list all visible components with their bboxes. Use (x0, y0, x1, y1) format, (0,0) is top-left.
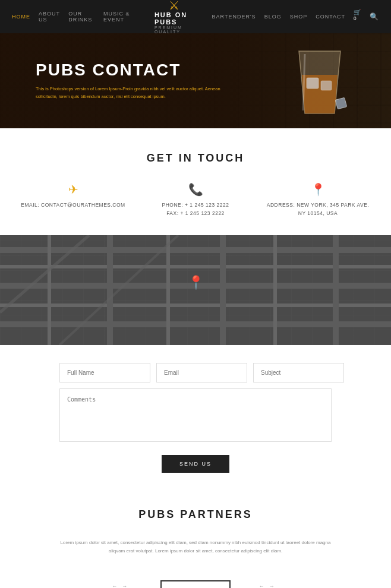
nav-shop[interactable]: SHOP (290, 14, 308, 20)
search-icon[interactable]: 🔍 (370, 12, 379, 21)
nav-logo: ⚔ HUB ON PUBS PREMIUM QUALITY (154, 0, 194, 34)
phone-contact-label: PHONE: + 1 245 123 2222 FAX: + 1 245 123… (162, 201, 229, 217)
nav-links: HOME ABOUT US OUR DRINKS MUSIC & EVENT ⚔… (12, 0, 379, 34)
comments-textarea[interactable] (59, 388, 332, 442)
hero-section: PUBS CONTACT This is Photoshops version … (0, 33, 391, 128)
location-icon: 📍 (311, 182, 326, 197)
full-name-input[interactable] (59, 363, 150, 382)
nav-music[interactable]: MUSIC & EVENT (103, 11, 137, 23)
svg-line-6 (0, 235, 89, 312)
email-icon: ✈ (68, 182, 78, 197)
contact-form-section: SEND US (0, 345, 391, 491)
hero-content: PUBS CONTACT This is Photoshops version … (36, 61, 226, 101)
partner-logo-2: ←→ Handmade ←→ EXCLUSIVE (248, 583, 289, 588)
phone-contact-item: 📞 PHONE: + 1 245 123 2222 FAX: + 1 245 1… (134, 182, 257, 217)
wheat-left-icon: 🌾 (41, 582, 106, 588)
partners-title: PUBS PARTNERS (30, 508, 361, 521)
send-button-wrap: SEND US (59, 455, 332, 473)
subject-input[interactable] (253, 363, 344, 382)
address-contact-label: ADDRESS: NEW YORK, 345 PARK AVE. NY 1015… (267, 201, 369, 217)
phone-icon: 📞 (188, 182, 203, 197)
navbar: HOME ABOUT US OUR DRINKS MUSIC & EVENT ⚔… (0, 0, 391, 33)
cart-icon[interactable]: 🛒0 (354, 9, 361, 24)
map-pin: 📍 (188, 275, 204, 290)
partners-description: Lorem ipsum dolor sit amet, consectetur … (53, 539, 338, 555)
nav-contact[interactable]: CONTACT (316, 14, 345, 20)
map-section: 📍 (0, 235, 391, 345)
form-row-top (59, 363, 332, 382)
hero-title: PUBS CONTACT (36, 61, 226, 80)
map-roads-svg (0, 235, 391, 345)
nav-home[interactable]: HOME (12, 14, 30, 20)
partner-logo-1: ←→ Handmade ←→ EXCLUSIVE (102, 583, 143, 588)
svg-rect-3 (321, 81, 332, 90)
map-background: 📍 (0, 235, 391, 345)
sh-logo: STEVE HAROLD SH VOL 23 (160, 580, 231, 588)
email-contact-item: ✈ EMAIL: CONTACT@OURATHEMES.COM (12, 182, 134, 217)
logo-icon: ⚔ (169, 0, 180, 11)
nav-bartender[interactable]: BARTENDER'S (212, 14, 256, 20)
whiskey-glass-image (284, 42, 355, 119)
logo-sub: PREMIUM QUALITY (154, 26, 194, 34)
nav-about[interactable]: ABOUT US (39, 11, 60, 23)
email-input[interactable] (156, 363, 247, 382)
hero-description: This is Photoshops version of Lorem Ipsu… (36, 86, 226, 101)
svg-line-7 (59, 235, 178, 345)
nav-drinks[interactable]: OUR DRINKS (68, 11, 95, 23)
send-button[interactable]: SEND US (162, 455, 229, 473)
email-contact-label: EMAIL: CONTACT@OURATHEMES.COM (21, 201, 125, 210)
contact-icons-row: ✈ EMAIL: CONTACT@OURATHEMES.COM 📞 PHONE:… (12, 182, 379, 217)
logo-name: HUB ON PUBS (154, 11, 194, 26)
svg-rect-2 (307, 78, 319, 88)
get-in-touch-section: GET IN TOUCH ✈ EMAIL: CONTACT@OURATHEMES… (0, 128, 391, 235)
svg-rect-5 (335, 97, 347, 109)
get-in-touch-title: GET IN TOUCH (12, 152, 379, 165)
wheat-right-icon: 🌾 (285, 582, 351, 588)
partners-logos: 🌾 🌾 ←→ Handmade ←→ EXCLUSIVE STEVE HAROL… (30, 570, 361, 588)
arrows-left-1: ←→ (112, 583, 132, 588)
nav-blog[interactable]: BLOG (264, 14, 282, 20)
arrows-left-2: ←→ (259, 583, 279, 588)
address-contact-item: 📍 ADDRESS: NEW YORK, 345 PARK AVE. NY 10… (257, 182, 379, 217)
partners-section: PUBS PARTNERS Lorem ipsum dolor sit amet… (0, 491, 391, 588)
